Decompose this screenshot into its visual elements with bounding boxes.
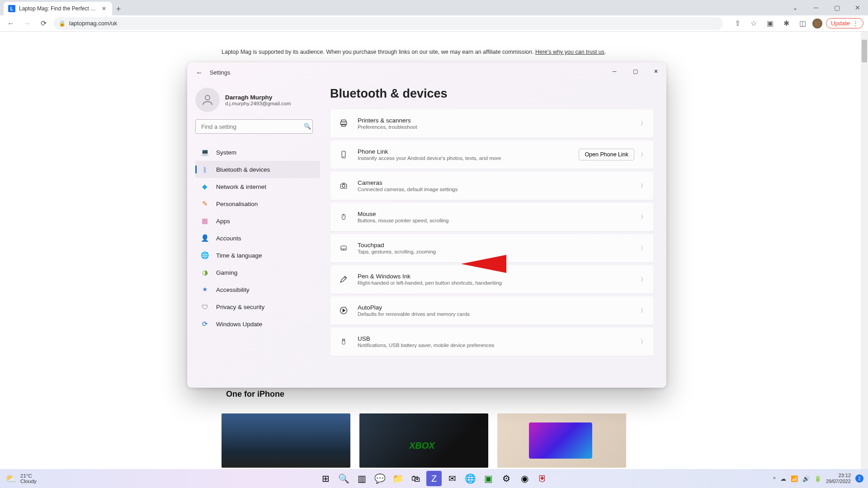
sidebar-item-system[interactable]: 💻System <box>195 144 320 161</box>
setting-card-usb[interactable]: USB Notifications, USB battery saver, mo… <box>330 327 654 356</box>
extension-icon[interactable]: ▣ <box>764 17 776 30</box>
system-tray[interactable]: ^ ☁ 📶 🔊 🔋 23:12 29/07/2022 2 <box>773 473 863 484</box>
back-icon[interactable]: ← <box>5 17 17 30</box>
battery-icon[interactable]: 🔋 <box>814 475 821 482</box>
sidebar-item-label: Accessibility <box>216 286 250 293</box>
puzzle-icon[interactable]: ✱ <box>780 17 793 30</box>
notification-badge[interactable]: 2 <box>855 474 863 483</box>
new-tab-button[interactable]: + <box>112 3 125 15</box>
steam-icon[interactable]: ◉ <box>517 471 532 486</box>
sidebar-item-bluetooth-devices[interactable]: ᛒBluetooth & devices <box>195 161 320 178</box>
close-icon[interactable]: ✕ <box>646 62 666 80</box>
xbox-icon[interactable]: ▣ <box>481 471 496 486</box>
card-heading: Touchpad <box>358 242 641 249</box>
url-text: laptopmag.com/uk <box>69 20 117 27</box>
update-label: Update <box>831 20 850 27</box>
nav-icon: 👤 <box>201 234 209 242</box>
svg-rect-15 <box>343 339 345 341</box>
card-heading: AutoPlay <box>358 304 641 311</box>
address-bar[interactable]: 🔒 laptopmag.com/uk <box>53 17 723 30</box>
app-icon[interactable]: Z <box>426 471 442 486</box>
page-title: Bluetooth & devices <box>330 83 654 109</box>
wifi-icon[interactable]: 📶 <box>791 475 798 482</box>
settings-window: ← Settings ─ ▢ ✕ Darragh Murphy d.j.murp… <box>187 62 666 388</box>
sidebar-item-gaming[interactable]: ◑Gaming <box>195 264 320 281</box>
pen-icon <box>339 275 349 284</box>
setting-card-mouse[interactable]: Mouse Buttons, mouse pointer speed, scro… <box>330 202 654 231</box>
sidebar-item-personalisation[interactable]: ✎Personalisation <box>195 195 320 212</box>
open-phone-link-button[interactable]: Open Phone Link <box>579 149 634 160</box>
tab-title: Laptop Mag: Find the Perfect Lap <box>19 5 97 12</box>
trust-link[interactable]: Here's why you can trust us <box>535 49 604 55</box>
back-button[interactable]: ← <box>192 65 207 80</box>
sidebar-item-time-language[interactable]: 🌐Time & language <box>195 247 320 264</box>
page-scrollbar[interactable] <box>861 32 868 469</box>
share-icon[interactable]: ⇪ <box>731 17 744 30</box>
setting-card-printers-scanners[interactable]: Printers & scanners Preferences, trouble… <box>330 109 654 138</box>
sidebar-item-label: Apps <box>216 218 230 225</box>
chrome-chevron-down-icon[interactable]: ⌄ <box>785 0 806 15</box>
sidebar-item-windows-update[interactable]: ⟳Windows Update <box>195 315 320 333</box>
chevron-right-icon: 〉 <box>641 244 646 252</box>
svg-rect-3 <box>342 124 345 127</box>
mcafee-icon[interactable]: ⛨ <box>535 471 550 486</box>
bookmark-icon[interactable]: ☆ <box>747 17 760 30</box>
card-subtitle: Connected cameras, default image setting… <box>358 187 641 192</box>
nav-icon: ▦ <box>201 217 209 225</box>
settings-titlebar[interactable]: ← Settings ─ ▢ ✕ <box>187 62 666 83</box>
volume-icon[interactable]: 🔊 <box>802 475 810 482</box>
panel-icon[interactable]: ◫ <box>796 17 809 30</box>
taskbar[interactable]: ⛅ 21°C Cloudy ⊞ 🔍 ▥ 💬 📁 🛍 Z ✉ 🌐 ▣ ⚙ ◉ ⛨ … <box>0 469 868 488</box>
weather-icon: ⛅ <box>5 473 17 484</box>
sidebar-item-accessibility[interactable]: ✶Accessibility <box>195 281 320 298</box>
mail-icon[interactable]: ✉ <box>444 471 460 486</box>
search-input[interactable] <box>195 119 313 134</box>
settings-icon[interactable]: ⚙ <box>499 471 514 486</box>
profile-avatar-icon[interactable] <box>812 19 822 28</box>
taskview-icon[interactable]: ▥ <box>354 471 369 486</box>
chrome-maximize-icon[interactable]: ▢ <box>826 0 847 15</box>
card-heading: Mouse <box>358 211 641 217</box>
card-heading: Cameras <box>358 179 641 186</box>
maximize-icon[interactable]: ▢ <box>625 62 646 80</box>
browser-tab[interactable]: L Laptop Mag: Find the Perfect Lap ✕ <box>4 2 112 15</box>
article-thumbnail[interactable] <box>497 413 626 468</box>
minimize-icon[interactable]: ─ <box>604 62 625 80</box>
chat-icon[interactable]: 💬 <box>372 471 387 486</box>
card-subtitle: Defaults for removable drives and memory… <box>358 311 641 317</box>
start-icon[interactable]: ⊞ <box>318 471 333 486</box>
article-thumbnails <box>222 413 626 468</box>
sidebar-item-privacy-security[interactable]: 🛡Privacy & security <box>195 298 320 315</box>
sidebar-item-network-internet[interactable]: ◆Network & internet <box>195 178 320 195</box>
sidebar-item-apps[interactable]: ▦Apps <box>195 212 320 230</box>
setting-card-cameras[interactable]: Cameras Connected cameras, default image… <box>330 171 654 200</box>
setting-card-phone-link[interactable]: Phone Link Instantly access your Android… <box>330 140 654 169</box>
scrollbar-thumb[interactable] <box>862 40 867 62</box>
store-icon[interactable]: 🛍 <box>408 471 424 486</box>
search-icon[interactable]: 🔍 <box>336 471 351 486</box>
setting-card-autoplay[interactable]: AutoPlay Defaults for removable drives a… <box>330 296 654 325</box>
chrome-minimize-icon[interactable]: ─ <box>806 0 826 15</box>
tab-close-icon[interactable]: ✕ <box>100 5 108 12</box>
sidebar-item-accounts[interactable]: 👤Accounts <box>195 230 320 247</box>
printer-icon <box>339 119 349 128</box>
settings-sidebar: Darragh Murphy d.j.murphy.2493@gmail.com… <box>187 83 326 388</box>
explorer-icon[interactable]: 📁 <box>390 471 406 486</box>
article-thumbnail[interactable] <box>359 413 488 468</box>
nav-icon: ◆ <box>201 183 209 191</box>
lock-icon: 🔒 <box>59 20 66 27</box>
tray-chevron-icon[interactable]: ^ <box>773 475 776 482</box>
chrome-close-icon[interactable]: ✕ <box>847 0 868 15</box>
user-profile[interactable]: Darragh Murphy d.j.murphy.2493@gmail.com <box>195 86 320 119</box>
reload-icon[interactable]: ⟳ <box>37 17 50 30</box>
clock[interactable]: 23:12 29/07/2022 <box>826 473 851 484</box>
card-heading: Phone Link <box>358 148 579 155</box>
article-thumbnail[interactable] <box>222 413 350 468</box>
article-card-title[interactable]: One for iPhone <box>226 389 355 405</box>
chrome-icon[interactable]: 🌐 <box>462 471 478 486</box>
update-button[interactable]: Update ⋮ <box>826 18 863 28</box>
weather-desc: Cloudy <box>20 479 37 484</box>
onedrive-icon[interactable]: ☁ <box>780 475 786 482</box>
weather-widget[interactable]: ⛅ 21°C Cloudy <box>5 473 37 484</box>
autoplay-icon <box>339 306 349 315</box>
